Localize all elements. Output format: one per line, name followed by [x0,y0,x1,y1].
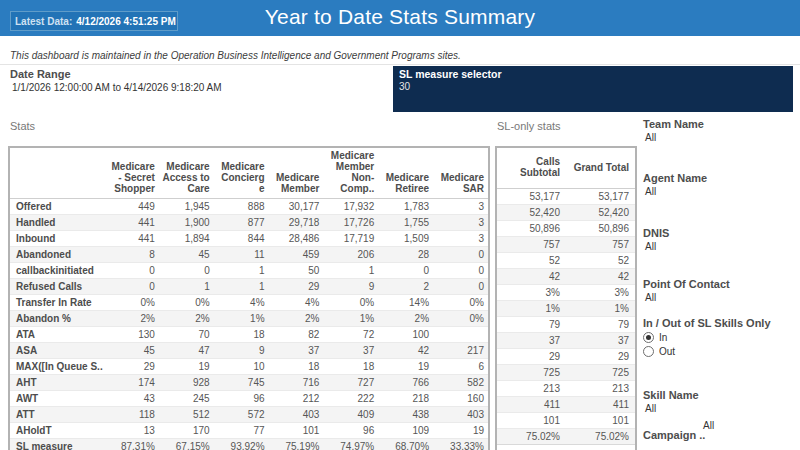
stats-cell: 1,900 [159,215,214,231]
stats-cell: 1,755 [378,215,433,231]
filter-skill-name-value: All [643,403,795,414]
filter-team-name-value: All [643,132,795,143]
stats-cell: 30,177 [269,199,324,215]
stats-cell: 37 [269,343,324,359]
stats-cell: 43 [104,391,159,407]
filter-point-of-contact-value: All [643,292,795,303]
divider [0,64,800,65]
sl-only-cell: 53,177 [497,189,566,205]
sl-only-cell: 79 [497,317,566,333]
stats-row-label[interactable]: Abandon % [10,311,104,327]
stats-row-label[interactable]: Refused Calls [10,279,104,295]
stats-cell: 1 [159,279,214,295]
sl-only-cell: 757 [497,237,566,253]
maintenance-notice: This dashboard is maintained in the Oper… [10,50,461,61]
sl-only-row: 725725 [497,365,635,381]
sl-only-table: Calls SubtotalGrand Total 53,17753,17752… [497,148,635,445]
sl-measure-selector[interactable]: SL measure selector 30 [393,66,793,112]
sl-only-cell: 75.02% [566,429,635,445]
stats-cell: 0% [159,295,214,311]
sl-measure-selector-label: SL measure selector [399,68,787,80]
stats-row: Offered4491,94588830,17717,9321,7833 [10,199,488,215]
stats-column-header[interactable]: Medicare Access to Care [159,148,214,199]
stats-row-label[interactable]: MAX([In Queue S.. [10,359,104,375]
stats-cell: 2% [269,311,324,327]
stats-row-label[interactable]: Handled [10,215,104,231]
sl-only-cell: 213 [497,381,566,397]
stats-cell [433,327,488,343]
stats-cell: 6 [433,359,488,375]
stats-row-label[interactable]: SL measure [10,439,104,450]
sl-only-cell: 37 [566,333,635,349]
stats-row-label[interactable]: callbackinitiated [10,263,104,279]
filter-team-name: Team Name All [643,118,795,143]
stats-cell: 572 [214,407,269,423]
stats-row-label[interactable]: Abandoned [10,247,104,263]
stats-column-header[interactable]: Medicare - Secret Shopper [104,148,159,199]
stats-table: Medicare - Secret ShopperMedicare Access… [10,148,488,450]
stats-cell: 50 [269,263,324,279]
stats-row: Abandon %2%2%1%2%1%2%0% [10,311,488,327]
stats-cell: 130 [104,327,159,343]
sl-only-row: 5252 [497,253,635,269]
filter-agent-name: Agent Name All [643,172,795,197]
stats-cell: 19 [433,423,488,439]
stats-row: AHT174928745716727766582 [10,375,488,391]
radio-option-out[interactable]: Out [643,346,795,357]
stats-column-header[interactable]: Medicare Retiree [378,148,433,199]
sl-only-row: 411411 [497,397,635,413]
stats-column-header[interactable]: Medicare Member Non-Comp.. [323,148,378,199]
stats-row-label[interactable]: ATT [10,407,104,423]
sl-only-column-header[interactable]: Grand Total [566,148,635,189]
stats-cell: 1% [323,311,378,327]
stats-cell: 45 [104,343,159,359]
stats-cell: 74.97% [323,439,378,450]
stats-cell: 2 [378,279,433,295]
stats-cell: 2% [104,311,159,327]
stats-cell: 87.31% [104,439,159,450]
date-range-value: 1/1/2026 12:00:00 AM to 4/14/2026 9:18:2… [10,82,222,93]
header-bar: Latest Data: 4/12/2026 4:51:25 PM Year t… [0,0,800,36]
stats-cell: 72 [323,327,378,343]
stats-row: Handled4411,90087729,71817,7261,7553 [10,215,488,231]
sl-only-cell: 3% [497,285,566,301]
radio-option-in[interactable]: In [643,332,795,343]
stats-row-label[interactable]: Inbound [10,231,104,247]
stats-row-label[interactable]: ASA [10,343,104,359]
stats-row: AWT4324596212222218160 [10,391,488,407]
radio-option-out-label: Out [659,346,675,357]
filter-point-of-contact: Point Of Contact All [643,278,795,303]
stats-cell: 8 [104,247,159,263]
radio-unselected-icon[interactable] [643,346,654,357]
stats-cell: 28 [378,247,433,263]
stats-column-header[interactable]: Medicare Concierge [214,148,269,199]
sl-only-cell: 101 [566,413,635,429]
stats-row-label[interactable]: AHoldT [10,423,104,439]
sl-only-cell: 52 [566,253,635,269]
stats-row-label[interactable]: AWT [10,391,104,407]
sl-measure-selector-value[interactable]: 30 [399,81,787,92]
stats-cell: 29,718 [269,215,324,231]
filter-dnis: DNIS All [643,227,795,252]
stats-cell: 17,726 [323,215,378,231]
sl-only-cell: 757 [566,237,635,253]
stats-row-label[interactable]: ATA [10,327,104,343]
stats-cell: 888 [214,199,269,215]
stats-cell: 17,932 [323,199,378,215]
stats-cell: 96 [214,391,269,407]
stats-column-header[interactable]: Medicare SAR [433,148,488,199]
stats-cell: 582 [433,375,488,391]
stats-column-header[interactable]: Medicare Member [269,148,324,199]
stats-cell: 19 [378,359,433,375]
stats-cell: 766 [378,375,433,391]
stats-row: Inbound4411,89484428,48617,7191,5093 [10,231,488,247]
sl-only-column-header[interactable]: Calls Subtotal [497,148,566,189]
radio-option-in-label: In [659,332,667,343]
stats-row-label[interactable]: Transfer In Rate [10,295,104,311]
sl-only-row: 7979 [497,317,635,333]
stats-row-label[interactable]: Offered [10,199,104,215]
stats-row-label[interactable]: AHT [10,375,104,391]
sl-only-cell: 52,420 [566,205,635,221]
radio-selected-icon[interactable] [643,332,654,343]
stats-cell: 1,945 [159,199,214,215]
